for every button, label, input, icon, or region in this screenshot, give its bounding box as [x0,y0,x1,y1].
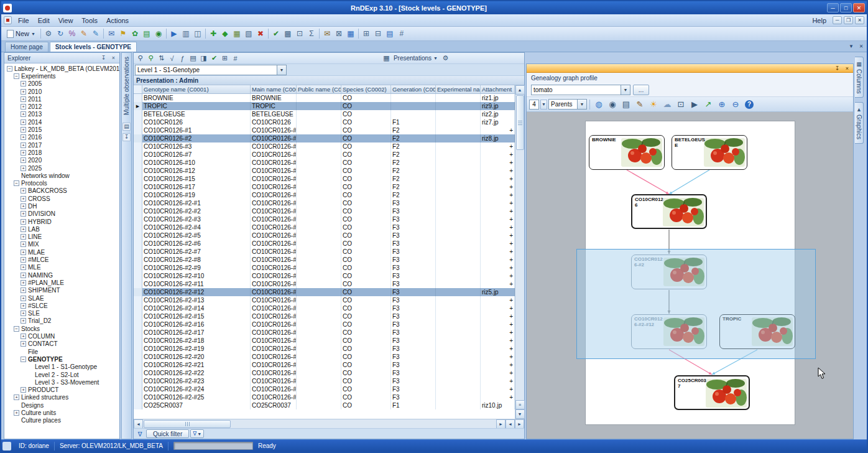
table-row[interactable]: ▶ TROPIC TROPIC CO riz9.jp [134,102,515,110]
table-row[interactable]: CO10CR0126-#12 CO10CR0126-#12 CO F2 + [134,167,515,175]
table-row[interactable]: CO10CR0126-#2-#4 CO10CR0126-#2- CO F3 + [134,223,515,231]
tree-expander-icon[interactable]: + [21,296,26,301]
table-row[interactable]: CO10CR0126-#2-#18 CO10CR0126-#2- CO F3 + [134,337,515,345]
tree-item[interactable]: +Trial_D2 [4,317,119,325]
tree-item[interactable]: Networks window [4,172,119,179]
tree-expander-icon[interactable]: + [21,318,26,324]
tree-expander-icon[interactable]: + [21,111,26,117]
tree-item[interactable]: +SLE [4,310,119,317]
tree-expander-icon[interactable]: + [21,273,26,278]
find-add-icon[interactable]: ⚲ [145,54,156,63]
check-icon[interactable]: ✔ [209,54,219,63]
cloud-icon[interactable]: ☁ [661,98,673,111]
tree-item[interactable]: Level 3 - S3-Movement [4,378,119,386]
table-row[interactable]: CO10CR0126-#10 CO10CR0126-#10 CO F2 + [134,159,515,167]
tree-item[interactable]: +#MLCE [4,256,119,263]
tree-item[interactable]: +NAMING [4,271,119,279]
vertical-scroll-thumb[interactable] [516,95,524,150]
tree-expander-icon[interactable]: − [14,326,19,332]
tree-expander-icon[interactable]: + [21,264,26,270]
sun-icon[interactable]: ☀ [647,98,660,111]
row-nav-icon[interactable]: ⇅ [156,54,167,63]
tree-expander-icon[interactable]: + [21,127,26,133]
table-row[interactable]: CO10CR0126-#2-#7 CO10CR0126-#2- CO F3 + [134,248,515,256]
table-row[interactable]: CO10CR0126-#2-#24 CO10CR0126-#2- CO F3 + [134,385,515,393]
tree-item[interactable]: +PRODUCT [4,386,119,393]
tree-expander-icon[interactable]: + [14,410,19,416]
tree-expander-icon[interactable]: + [21,104,26,110]
tree-item[interactable]: Level 1 - S1-Genotype [4,363,119,371]
tree-item[interactable]: −Experiments [4,72,119,80]
table-row[interactable]: CO10CR0126-#1 CO10CR0126-#1 CO F2 + [134,126,515,134]
minimize-button[interactable]: ─ [827,3,839,12]
tree-item[interactable]: Designs [4,401,119,409]
graph-node[interactable]: CO25CR0037 [674,375,750,410]
tree-expander-icon[interactable]: + [21,303,26,309]
tree-item[interactable]: +2020 [4,157,119,164]
table-row[interactable]: CO10CR0126-#19 CO10CR0126-#19 CO F2 + [134,191,515,199]
export-grid-icon[interactable]: # [230,54,241,63]
eye-icon[interactable]: ◉ [606,98,619,111]
mail-export-icon[interactable]: ✉ [321,28,333,39]
level-selector[interactable]: Level 1 - S1-Genotype ▼ [135,65,287,75]
tree-expander-icon[interactable]: + [21,287,26,293]
menu-help[interactable]: Help [808,16,831,26]
tree-expander-icon[interactable]: + [21,81,26,86]
generations-dropdown-icon[interactable]: ▼ [540,100,547,110]
tree-item[interactable]: −GENOTYPE [4,355,119,363]
edit-pencil-orange-icon[interactable]: ✎ [78,28,90,39]
scroll-split-icon[interactable]: ≡ [515,400,525,409]
tree-item[interactable]: +2005 [4,80,119,88]
formula-icon[interactable]: √ [167,54,177,63]
new-button[interactable]: New ▼ [4,29,39,39]
split-view-icon[interactable]: ◨ [198,54,209,63]
chart-icon[interactable]: ▥ [180,28,192,39]
table-row[interactable]: CO10CR0126-#2-#3 CO10CR0126-#2- CO F3 + [134,215,515,223]
settings-icon[interactable]: ⚙ [43,28,54,39]
refresh-icon[interactable]: ↻ [55,28,66,39]
tree-item[interactable]: +2012 [4,103,119,110]
observations-strip-label[interactable]: Multiple observations [123,53,130,120]
tree-item[interactable]: +CROSS [4,195,119,202]
tree-expander-icon[interactable]: + [21,150,26,156]
table-row[interactable]: CO25CR0037 CO25CR0037 CO F1 riz10.jp [134,401,515,409]
genealogy-panel-header[interactable]: ↧ × [527,64,853,73]
pin-icon[interactable]: ↧ [833,64,841,72]
close-button[interactable]: ✕ [853,3,865,12]
zoom-region-icon[interactable]: ⊡ [675,98,687,111]
tree-item[interactable]: +MIX [4,241,119,248]
table-blue-icon[interactable]: ▦ [345,28,356,39]
matrix-icon[interactable]: ▩ [282,28,293,39]
table-row[interactable]: CO10CR0126-#2-#10 CO10CR0126-#2- CO F3 + [134,272,515,280]
world-icon[interactable]: ◍ [593,98,605,111]
tree-expander-icon[interactable]: + [21,203,26,209]
scroll-down-icon[interactable]: ▼ [515,409,525,419]
menu-view[interactable]: View [54,16,78,26]
quick-filter-button[interactable]: Quick filter [146,429,189,438]
checkbox-icon[interactable]: ⊡ [294,28,305,39]
tab-list-icon[interactable]: ▼ [847,42,856,50]
chevron-down-icon[interactable]: ▼ [577,100,586,109]
child-restore-button[interactable]: ❐ [844,16,853,24]
tree-expander-icon[interactable]: + [14,395,19,400]
tree-expander-icon[interactable]: + [21,96,26,102]
table-row[interactable]: CO10CR0126 CO10CR0126 CO F1 riz7.jp [134,118,515,126]
column-prev-icon[interactable]: ◄ [506,419,515,429]
function-icon[interactable]: ƒ [177,54,188,63]
draw-icon[interactable]: ✎ [634,98,646,111]
grid-hash-icon[interactable]: # [396,28,407,39]
pointer-icon[interactable]: ▶ [688,98,701,111]
tree-expander-icon[interactable]: + [21,280,26,286]
tree-expander-icon[interactable]: + [21,334,26,339]
tree-expander-icon[interactable]: + [21,196,26,202]
tree-expander-icon[interactable]: + [21,157,26,163]
tree-item[interactable]: −Stocks [4,325,119,332]
tree-expander-icon[interactable]: + [21,166,26,171]
column-header[interactable]: Public name (C000 [297,85,341,93]
column-header[interactable]: Genotype name (C0001) [142,85,251,93]
presentation-settings-icon[interactable]: ⚙ [440,54,451,63]
column-next-icon[interactable]: ► [515,419,524,429]
column-header[interactable]: Generation (C0004 [391,85,436,93]
tree-expander-icon[interactable]: + [21,89,26,95]
child-minimize-button[interactable]: ─ [833,16,842,24]
